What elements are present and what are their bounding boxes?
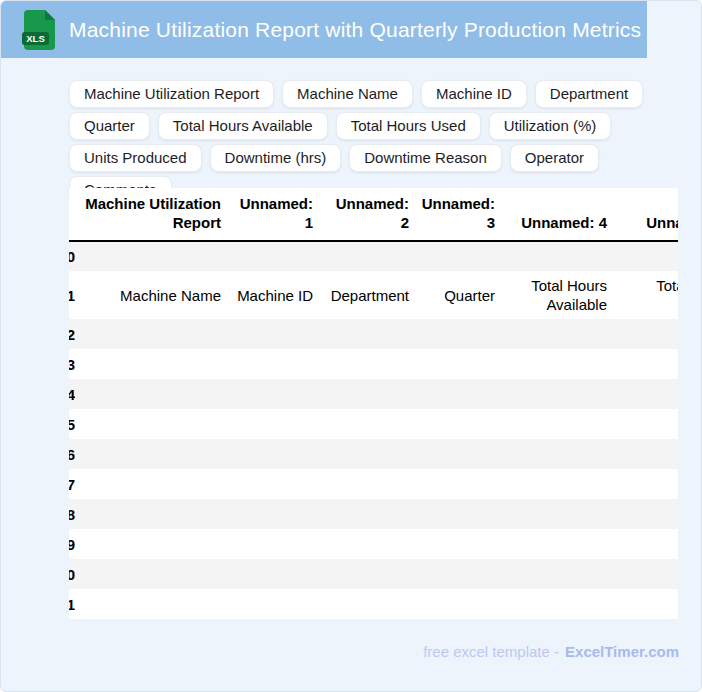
table-cell: [227, 529, 319, 559]
column-header: Unnamed: 5: [613, 188, 678, 241]
table-cell: [613, 409, 678, 439]
table-cell: [613, 319, 678, 349]
chip-machine-name[interactable]: Machine Name: [282, 80, 413, 108]
table-row: 3: [69, 349, 678, 379]
header-bar: XLS Machine Utilization Report with Quar…: [1, 1, 647, 58]
table-cell: [501, 469, 613, 499]
table-cell: [501, 559, 613, 589]
chip-department[interactable]: Department: [535, 80, 643, 108]
table-cell: [75, 439, 227, 469]
table-cell: [613, 589, 678, 619]
table-cell: [227, 469, 319, 499]
table-cell: [613, 349, 678, 379]
chip-machine-utilization-report[interactable]: Machine Utilization Report: [69, 80, 274, 108]
table-cell: [319, 469, 415, 499]
table-cell: [613, 529, 678, 559]
table-cell: [501, 349, 613, 379]
table-row: 7: [69, 469, 678, 499]
column-header: Unnamed: 1: [227, 188, 319, 241]
chip-quarter[interactable]: Quarter: [69, 112, 150, 140]
table-cell: [319, 319, 415, 349]
table-row: 8: [69, 499, 678, 529]
table-cell: Quarter: [415, 271, 501, 319]
table-cell: [227, 589, 319, 619]
table-cell: [75, 379, 227, 409]
table-cell: [319, 379, 415, 409]
chip-units-produced[interactable]: Units Produced: [69, 144, 202, 172]
table-row: 5: [69, 409, 678, 439]
chip-total-hours-available[interactable]: Total Hours Available: [158, 112, 328, 140]
column-header: Unnamed: 2: [319, 188, 415, 241]
table-row: 6: [69, 439, 678, 469]
table-cell: [501, 319, 613, 349]
table-row: 11: [69, 589, 678, 619]
column-header: Unnamed: 3: [415, 188, 501, 241]
table-cell: Total Hours Available: [501, 271, 613, 319]
data-table: Machine Utilization ReportUnnamed: 1Unna…: [69, 188, 678, 619]
table-cell: [415, 319, 501, 349]
table-row: 9: [69, 529, 678, 559]
chip-list: Machine Utilization ReportMachine NameMa…: [69, 80, 675, 204]
table-cell: [319, 439, 415, 469]
table-cell: [415, 409, 501, 439]
table-cell: [501, 589, 613, 619]
table-cell: [613, 439, 678, 469]
table-cell: [75, 409, 227, 439]
table-cell: [501, 499, 613, 529]
table-cell: [613, 379, 678, 409]
table-cell: [415, 559, 501, 589]
table-cell: [75, 319, 227, 349]
column-header: Unnamed: 4: [501, 188, 613, 241]
table-cell: [75, 349, 227, 379]
table-cell: [75, 241, 227, 271]
table-cell: [227, 349, 319, 379]
table-cell: [415, 469, 501, 499]
table-cell: [75, 589, 227, 619]
footer-brand-link[interactable]: ExcelTimer.com: [565, 643, 679, 660]
footer-label: free excel template -: [423, 643, 559, 660]
table-body: 01Machine NameMachine IDDepartmentQuarte…: [69, 241, 678, 619]
table-cell: [319, 559, 415, 589]
table-cell: [319, 241, 415, 271]
table-cell: [501, 409, 613, 439]
chip-machine-id[interactable]: Machine ID: [421, 80, 527, 108]
table-cell: [227, 319, 319, 349]
table-cell: [319, 409, 415, 439]
table-cell: Total Hours Used: [613, 271, 678, 319]
xls-file-icon: XLS: [21, 10, 55, 50]
table-cell: [319, 499, 415, 529]
table-cell: [415, 439, 501, 469]
footer: free excel template -ExcelTimer.com: [423, 643, 679, 660]
table-cell: [227, 439, 319, 469]
table-cell: [75, 559, 227, 589]
table-cell: [75, 529, 227, 559]
table-row: 10: [69, 559, 678, 589]
table-cell: Machine ID: [227, 271, 319, 319]
table-cell: [613, 469, 678, 499]
table-cell: [227, 499, 319, 529]
table-cell: [613, 559, 678, 589]
column-header: Machine Utilization Report: [75, 188, 227, 241]
table-cell: [75, 469, 227, 499]
chip-operator[interactable]: Operator: [510, 144, 599, 172]
table-cell: [415, 349, 501, 379]
chip-downtime-reason[interactable]: Downtime Reason: [349, 144, 502, 172]
table-header-row: Machine Utilization ReportUnnamed: 1Unna…: [69, 188, 678, 241]
table-cell: [501, 529, 613, 559]
table-viewport[interactable]: Machine Utilization ReportUnnamed: 1Unna…: [69, 188, 678, 619]
page: XLS Machine Utilization Report with Quar…: [0, 0, 702, 692]
table-cell: [319, 529, 415, 559]
table-row: 4: [69, 379, 678, 409]
table-cell: [501, 241, 613, 271]
table-row: 1Machine NameMachine IDDepartmentQuarter…: [69, 271, 678, 319]
table-row: 2: [69, 319, 678, 349]
table-cell: [227, 379, 319, 409]
chip-downtime-hrs[interactable]: Downtime (hrs): [210, 144, 342, 172]
table-cell: [501, 379, 613, 409]
table-cell: [415, 589, 501, 619]
table-cell: [415, 241, 501, 271]
table-cell: [613, 499, 678, 529]
chip-utilization[interactable]: Utilization (%): [489, 112, 612, 140]
chip-total-hours-used[interactable]: Total Hours Used: [336, 112, 481, 140]
table-cell: [415, 499, 501, 529]
